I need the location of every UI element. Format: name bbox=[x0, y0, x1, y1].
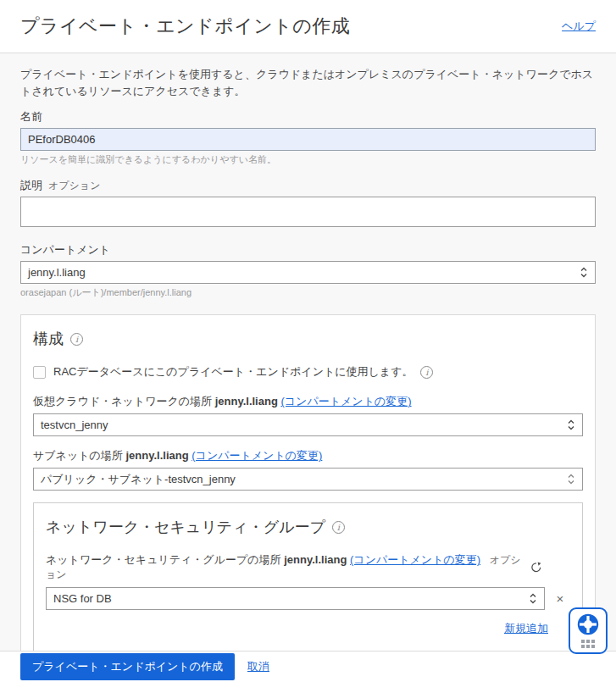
rac-checkbox-label: RACデータベースにこのプライベート・エンドポイントに使用します。 bbox=[53, 364, 413, 380]
form-content: プライベート・エンドポイントを使用すると、クラウドまたはオンプレミスのプライベー… bbox=[0, 53, 616, 651]
rac-checkbox[interactable] bbox=[33, 366, 46, 379]
remove-nsg-icon[interactable]: × bbox=[550, 591, 570, 606]
description-textarea[interactable] bbox=[20, 197, 596, 227]
assist-widget[interactable] bbox=[569, 607, 608, 654]
compartment-select[interactable]: jenny.l.liang bbox=[20, 261, 596, 284]
nsg-compartment-name: jenny.l.liang bbox=[284, 553, 347, 566]
nsg-label-row: ネットワーク・セキュリティ・グループの場所 jenny.l.liang (コンパ… bbox=[46, 552, 570, 582]
nsg-change-compartment-link[interactable]: (コンパートメントの変更) bbox=[350, 553, 480, 566]
rac-checkbox-row: RACデータベースにこのプライベート・エンドポイントに使用します。 i bbox=[33, 364, 583, 380]
add-new-row: 新規追加 bbox=[46, 621, 570, 636]
page-title: プライベート・エンドポイントの作成 bbox=[20, 14, 350, 39]
nsg-select-value: NSG for DB bbox=[53, 592, 112, 605]
compartment-helper: orasejapan (ルート)/member/jenny.l.liang bbox=[20, 286, 596, 299]
compartment-field-group: コンパートメント jenny.l.liang orasejapan (ルート)/… bbox=[20, 242, 596, 299]
refresh-icon[interactable] bbox=[530, 562, 541, 573]
subnet-field-group: サブネットの場所 jenny.l.liang (コンパートメントの変更) パブリ… bbox=[33, 448, 583, 491]
nsg-title: ネットワーク・セキュリティ・グループ i bbox=[46, 517, 570, 537]
add-new-link[interactable]: 新規追加 bbox=[504, 622, 548, 635]
name-label: 名前 bbox=[20, 109, 596, 125]
subnet-select[interactable]: パブリック・サブネット-testvcn_jenny bbox=[33, 468, 583, 491]
nsg-label: ネットワーク・セキュリティ・グループの場所 jenny.l.liang (コンパ… bbox=[46, 552, 530, 582]
name-input[interactable] bbox=[20, 128, 596, 151]
nsg-select-row: NSG for DB × bbox=[46, 587, 570, 610]
configuration-section: 構成 i RACデータベースにこのプライベート・エンドポイントに使用します。 i… bbox=[20, 314, 596, 651]
subnet-change-compartment-link[interactable]: (コンパートメントの変更) bbox=[191, 449, 322, 462]
name-helper: リソースを簡単に識別できるようにするわかりやすい名前。 bbox=[20, 153, 596, 166]
description-optional-tag: オプション bbox=[48, 180, 100, 191]
create-private-endpoint-button[interactable]: プライベート・エンドポイントの作成 bbox=[20, 653, 235, 680]
nsg-select[interactable]: NSG for DB bbox=[46, 587, 545, 610]
rac-info-icon[interactable]: i bbox=[420, 366, 433, 379]
subnet-label: サブネットの場所 jenny.l.liang (コンパートメントの変更) bbox=[33, 448, 583, 463]
lifebuoy-help-icon[interactable] bbox=[577, 613, 599, 635]
name-field-group: 名前 リソースを簡単に識別できるようにするわかりやすい名前。 bbox=[20, 109, 596, 166]
description-field-group: 説明オプション bbox=[20, 178, 596, 230]
grid-dots-icon[interactable] bbox=[581, 640, 595, 648]
cancel-link[interactable]: 取消 bbox=[247, 659, 269, 674]
page-header: プライベート・エンドポイントの作成 ヘルプ bbox=[0, 0, 616, 53]
vcn-select-value: testvcn_jenny bbox=[41, 419, 108, 431]
vcn-select[interactable]: testvcn_jenny bbox=[33, 413, 583, 436]
chevron-updown-icon bbox=[580, 266, 588, 279]
vcn-label: 仮想クラウド・ネットワークの場所 jenny.l.liang (コンパートメント… bbox=[33, 394, 583, 409]
compartment-label: コンパートメント bbox=[20, 242, 596, 258]
nsg-section: ネットワーク・セキュリティ・グループ i ネットワーク・セキュリティ・グループの… bbox=[33, 502, 583, 651]
chevron-updown-icon bbox=[529, 592, 537, 605]
vcn-field-group: 仮想クラウド・ネットワークの場所 jenny.l.liang (コンパートメント… bbox=[33, 394, 583, 436]
configuration-title: 構成 i bbox=[33, 329, 583, 349]
vcn-compartment-name: jenny.l.liang bbox=[215, 395, 278, 408]
help-link[interactable]: ヘルプ bbox=[562, 19, 596, 34]
nsg-info-icon[interactable]: i bbox=[332, 521, 345, 534]
compartment-select-value: jenny.l.liang bbox=[28, 266, 86, 279]
subnet-select-value: パブリック・サブネット-testvcn_jenny bbox=[41, 472, 236, 487]
description-label: 説明オプション bbox=[20, 178, 596, 193]
action-footer: プライベート・エンドポイントの作成 取消 bbox=[0, 651, 616, 682]
subnet-compartment-name: jenny.l.liang bbox=[125, 449, 188, 462]
chevron-updown-icon bbox=[567, 419, 575, 431]
chevron-updown-icon bbox=[567, 473, 575, 485]
vcn-change-compartment-link[interactable]: (コンパートメントの変更) bbox=[280, 395, 411, 408]
configuration-info-icon[interactable]: i bbox=[70, 333, 83, 346]
intro-text: プライベート・エンドポイントを使用すると、クラウドまたはオンプレミスのプライベー… bbox=[20, 66, 596, 100]
